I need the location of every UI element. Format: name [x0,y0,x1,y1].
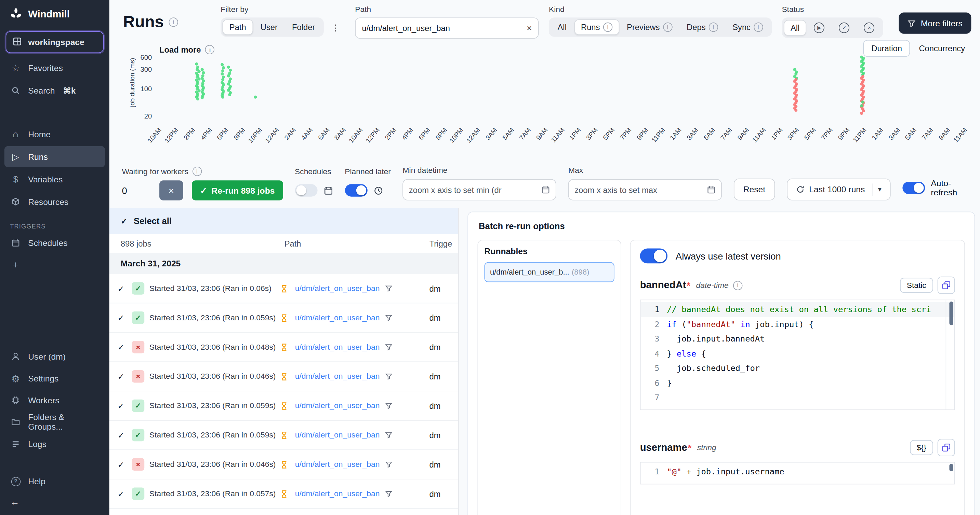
bannedat-code-editor[interactable]: 1// bannedAt does not exist on all versi… [640,299,955,410]
success-run-point[interactable] [861,101,864,104]
row-checkbox[interactable]: ✓ [118,460,127,469]
run-path-link[interactable]: u/dm/alert_on_user_ban [295,314,380,322]
rerun-jobs-button[interactable]: ✓ Re-run 898 jobs [192,180,283,200]
filter-icon[interactable] [385,461,392,468]
filter-icon[interactable] [385,314,392,322]
sidebar-item-home[interactable]: ⌂ Home [5,124,105,145]
success-run-point[interactable] [200,68,204,71]
filter-tab-folder[interactable]: Folder [285,19,322,35]
code-line[interactable]: 5 job.scheduled_for [640,361,955,375]
filter-icon[interactable] [385,372,392,380]
load-more-button[interactable]: Load more i [159,45,215,54]
sidebar-item-settings[interactable]: ⚙ Settings [5,368,105,389]
run-row[interactable]: ✓✓Started 31/03, 23:06 (Ran in 0.057s)u/… [110,480,458,509]
filter-icon[interactable] [385,402,392,409]
runnable-item[interactable]: u/dm/alert_on_user_b... (898) [485,262,614,282]
row-checkbox[interactable]: ✓ [118,313,127,322]
path-filter-input[interactable]: u/dm/alert_on_user_ban × [355,17,539,39]
sidebar-item-logs[interactable]: Logs [5,433,105,454]
failure-run-point[interactable] [794,109,797,112]
schedules-toggle[interactable] [295,184,317,197]
kind-tab-runs[interactable]: Runsi [574,19,619,35]
success-run-point[interactable] [228,93,231,96]
always-latest-toggle[interactable] [640,248,667,263]
success-run-point[interactable] [202,71,205,74]
static-mode-button[interactable]: Static [900,278,933,293]
run-row[interactable]: ✓✓Started 31/03, 23:06 (Ran in 0.059s)u/… [110,421,458,450]
filter-icon[interactable] [385,284,392,292]
username-code-editor[interactable]: 1"@" + job.input.username [640,462,955,485]
code-line[interactable]: 2if ("bannedAt" in job.input) { [640,317,955,331]
success-run-point[interactable] [222,66,225,69]
success-run-point[interactable] [221,63,224,66]
sidebar-item-variables[interactable]: $ Variables [5,169,105,190]
filter-icon[interactable] [385,490,392,498]
more-filters-button[interactable]: More filters [899,13,972,34]
clear-path-icon[interactable]: × [527,23,532,33]
row-checkbox[interactable]: ✓ [118,430,127,439]
sidebar-add-trigger-button[interactable]: + [5,255,105,276]
row-checkbox[interactable]: ✓ [118,284,127,293]
sidebar-item-folders[interactable]: Folders & Groups... [5,412,105,433]
filter-tab-user[interactable]: User [254,19,285,35]
expand-editor-button[interactable] [938,277,955,294]
cancel-selection-button[interactable]: × [159,180,183,200]
sidebar-item-search[interactable]: Search ⌘k [5,80,105,101]
success-run-point[interactable] [196,97,199,100]
code-line[interactable]: 1// bannedAt does not exist on all versi… [640,302,955,317]
sidebar-item-resources[interactable]: Resources [5,191,105,212]
filter-tab-path[interactable]: Path [223,19,253,35]
sidebar-item-runs[interactable]: ▷ Runs [5,146,105,167]
workspace-switcher[interactable]: workingspace [5,31,103,53]
kind-tab-previews[interactable]: Previewsi [620,19,679,35]
code-line[interactable]: 7 [640,390,955,405]
kind-tab-deps[interactable]: Depsi [680,19,725,35]
success-run-point[interactable] [195,62,198,65]
editor-scrollbar[interactable] [949,301,953,325]
success-run-point[interactable] [221,96,224,99]
row-checkbox[interactable]: ✓ [118,401,127,410]
sidebar-item-help[interactable]: ? Help [5,471,105,492]
chevron-down-icon[interactable]: ▾ [872,183,881,196]
sidebar-item-schedules[interactable]: Schedules [5,232,105,254]
filter-icon[interactable] [385,343,392,351]
status-tab-running[interactable]: ▶ [807,19,831,36]
reset-button[interactable]: Reset [734,179,775,200]
run-path-link[interactable]: u/dm/alert_on_user_ban [295,342,380,352]
expand-editor-button[interactable] [938,439,955,456]
success-run-point[interactable] [227,66,230,69]
success-run-point[interactable] [221,72,224,76]
filter-icon[interactable] [385,431,392,439]
code-line[interactable]: 4} else { [640,346,955,361]
info-icon[interactable]: i [733,281,742,290]
duration-tab[interactable]: Duration [863,40,910,57]
select-all-bar[interactable]: ✓ Select all [110,208,458,234]
row-checkbox[interactable]: ✓ [118,489,127,498]
template-mode-button[interactable]: ${} [910,440,933,455]
status-tab-success[interactable]: ✓ [832,19,856,36]
row-checkbox[interactable]: ✓ [118,342,127,352]
editor-scrollbar[interactable] [949,464,953,471]
success-run-point[interactable] [221,69,224,72]
status-tab-failure[interactable]: × [857,19,881,36]
status-tab-all[interactable]: All [784,20,807,35]
scatter-plot[interactable] [157,55,963,121]
info-icon[interactable]: i [169,17,178,27]
code-line[interactable]: 3 job.input.bannedAt [640,331,955,346]
last-runs-dropdown[interactable]: Last 1000 runs ▾ [786,179,891,200]
run-path-link[interactable]: u/dm/alert_on_user_ban [295,401,380,410]
auto-refresh-toggle[interactable] [903,182,925,194]
code-line[interactable]: 6} [640,375,955,390]
run-path-link[interactable]: u/dm/alert_on_user_ban [295,460,380,469]
sidebar-item-favorites[interactable]: ☆ Favorites [5,57,105,79]
kind-tab-all[interactable]: All [550,19,573,35]
run-path-link[interactable]: u/dm/alert_on_user_ban [295,431,380,439]
success-run-point[interactable] [254,96,257,99]
collapse-sidebar-button[interactable]: ← [0,493,110,515]
run-row[interactable]: ✓×Started 31/03, 23:06 (Ran in 0.046s)u/… [110,362,458,391]
run-row[interactable]: ✓×Started 31/03, 23:06 (Ran in 0.046s)u/… [110,450,458,480]
row-checkbox[interactable]: ✓ [118,372,127,381]
concurrency-tab[interactable]: Concurrency [911,41,972,56]
success-run-point[interactable] [200,96,204,99]
run-row[interactable]: ✓×Started 31/03, 23:06 (Ran in 0.048s)u/… [110,333,458,362]
